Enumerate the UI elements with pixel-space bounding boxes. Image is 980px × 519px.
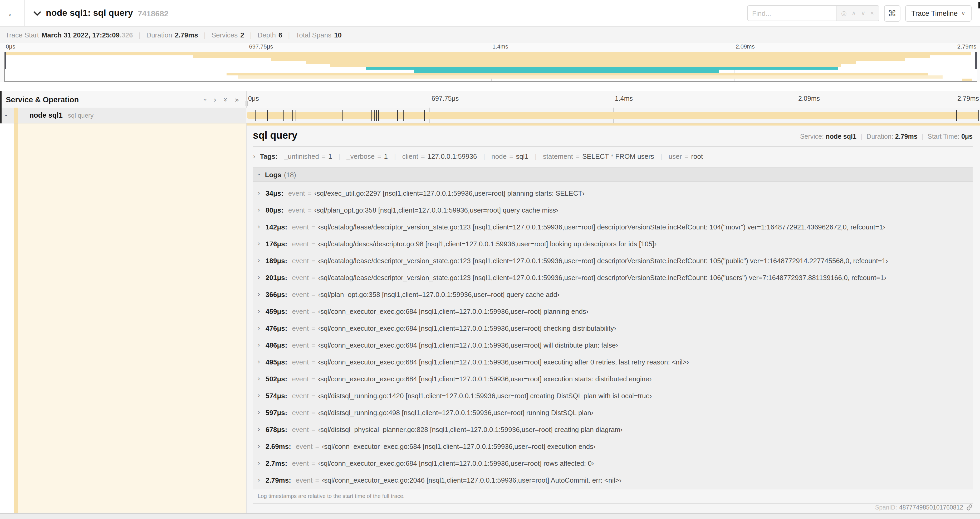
back-button[interactable]: ←: [0, 0, 25, 26]
log-row[interactable]: ›34μs:event=‹sql/exec_util.go:2297 [nsql…: [253, 185, 973, 201]
log-row[interactable]: ›176μs:event=‹sql/catalog/descs/descript…: [253, 235, 973, 252]
span-duration-bar[interactable]: [247, 112, 979, 119]
log-marker[interactable]: [956, 110, 957, 121]
log-marker[interactable]: [255, 110, 256, 121]
log-row[interactable]: ›678μs:event=‹sql/distsql_physical_plann…: [253, 421, 973, 438]
horizontal-scrollbar[interactable]: [0, 513, 980, 519]
log-expand-chevron-icon[interactable]: ›: [258, 274, 266, 281]
log-expand-chevron-icon[interactable]: ›: [258, 426, 266, 433]
log-field-key: event: [296, 442, 313, 450]
log-expand-chevron-icon[interactable]: ›: [258, 375, 266, 382]
find-prev-icon[interactable]: ∧: [851, 10, 856, 17]
log-expand-chevron-icon[interactable]: ›: [258, 409, 266, 416]
log-marker[interactable]: [267, 110, 268, 121]
minimap-canvas[interactable]: [4, 52, 977, 82]
log-row[interactable]: ›486μs:event=‹sql/conn_executor_exec.go:…: [253, 337, 973, 353]
log-marker[interactable]: [425, 110, 425, 121]
tag-key: statement: [543, 152, 573, 160]
log-row[interactable]: ›574μs:event=‹sql/distsql_running.go:142…: [253, 387, 973, 404]
log-expand-chevron-icon[interactable]: ›: [258, 341, 266, 349]
log-timestamp: 201μs:: [266, 273, 287, 281]
log-field-value: ‹sql/conn_executor_exec.go:684 [nsql1,cl…: [318, 324, 616, 332]
log-row[interactable]: ›189μs:event=‹sql/catalog/lease/descript…: [253, 252, 973, 269]
log-marker[interactable]: [296, 110, 296, 121]
log-marker[interactable]: [374, 110, 374, 121]
find-next-icon[interactable]: ∨: [861, 10, 865, 17]
tag-key: _unfinished: [284, 152, 319, 160]
log-marker[interactable]: [376, 110, 377, 121]
scrollbar-thumb[interactable]: [978, 2, 980, 8]
log-row[interactable]: ›502μs:event=‹sql/conn_executor_exec.go:…: [253, 370, 973, 387]
log-marker[interactable]: [397, 110, 398, 121]
tags-list: _unfinished=1|_verbose=1|client=127.0.0.…: [284, 152, 703, 160]
log-row[interactable]: ›201μs:event=‹sql/catalog/lease/descript…: [253, 269, 973, 286]
collapse-one-icon[interactable]: ›: [202, 98, 209, 101]
log-expand-chevron-icon[interactable]: ›: [258, 442, 266, 450]
log-expand-chevron-icon[interactable]: ›: [258, 392, 266, 399]
log-marker[interactable]: [403, 110, 404, 121]
log-marker[interactable]: [378, 110, 379, 121]
log-expand-chevron-icon[interactable]: ›: [258, 324, 266, 332]
log-expand-chevron-icon[interactable]: ›: [258, 240, 266, 248]
log-expand-chevron-icon[interactable]: ›: [258, 257, 266, 264]
ruler-tick-label: 0μs: [248, 95, 259, 102]
minimap-left-scrubber[interactable]: [5, 52, 6, 69]
log-row[interactable]: ›142μs:event=‹sql/catalog/lease/descript…: [253, 218, 973, 235]
divider: |: [339, 152, 340, 160]
log-field-value: ‹sql/conn_executor_exec.go:684 [nsql1,cl…: [318, 375, 651, 383]
keyboard-shortcuts-button[interactable]: ⌘: [884, 5, 900, 21]
detail-meta-label: Duration:: [867, 133, 895, 140]
log-expand-chevron-icon[interactable]: ›: [258, 291, 266, 298]
log-row[interactable]: ›80μs:event=‹sql/plan_opt.go:358 [nsql1,…: [253, 201, 973, 218]
divider: |: [139, 31, 141, 39]
expand-all-icon[interactable]: »: [235, 96, 239, 103]
log-expand-chevron-icon[interactable]: ›: [258, 308, 266, 315]
expand-one-icon[interactable]: ›: [213, 96, 216, 103]
log-row[interactable]: ›2.79ms:event=‹sql/conn_executor_exec.go…: [253, 471, 973, 489]
minimap-right-scrubber[interactable]: [975, 52, 977, 69]
log-marker[interactable]: [342, 110, 343, 121]
trace-info-item: Services2: [212, 31, 244, 39]
collapse-all-icon[interactable]: »: [222, 97, 229, 102]
find-clear-icon[interactable]: ×: [870, 10, 874, 17]
log-row[interactable]: ›495μs:event=‹sql/conn_executor_exec.go:…: [253, 353, 973, 370]
tags-expand-chevron-icon[interactable]: ›: [253, 152, 256, 160]
log-marker[interactable]: [371, 110, 372, 121]
log-expand-chevron-icon[interactable]: ›: [258, 223, 266, 230]
log-row[interactable]: ›2.7ms:event=‹sql/conn_executor_exec.go:…: [253, 455, 973, 471]
log-expand-chevron-icon[interactable]: ›: [258, 189, 266, 197]
logs-section: › Logs (18) ›34μs:event=‹sql/exec_util.g…: [253, 167, 973, 504]
log-field-value: ‹sql/conn_executor_exec.go:684 [nsql1,cl…: [318, 307, 588, 315]
span-collapse-chevron-icon[interactable]: ›: [2, 114, 10, 117]
span-tree-column: [0, 123, 247, 514]
log-expand-chevron-icon[interactable]: ›: [258, 459, 266, 467]
log-marker[interactable]: [299, 110, 299, 121]
collapse-trace-chevron-icon[interactable]: [33, 11, 41, 16]
log-marker[interactable]: [954, 110, 954, 121]
log-row[interactable]: ›366μs:event=‹sql/plan_opt.go:358 [nsql1…: [253, 286, 973, 303]
log-expand-chevron-icon[interactable]: ›: [258, 476, 266, 484]
log-marker[interactable]: [978, 110, 979, 121]
log-field-key: event: [292, 425, 309, 433]
copy-link-icon[interactable]: [966, 504, 973, 511]
view-selector-button[interactable]: Trace Timeline ∨: [905, 5, 972, 21]
log-expand-chevron-icon[interactable]: ›: [258, 206, 266, 214]
log-expand-chevron-icon[interactable]: ›: [258, 358, 266, 366]
log-marker[interactable]: [367, 110, 367, 121]
span-name-cell[interactable]: › node sql1 sql query: [0, 108, 246, 123]
log-row[interactable]: ›2.69ms:event=‹sql/conn_executor_exec.go…: [253, 438, 973, 455]
log-marker[interactable]: [283, 110, 284, 121]
logs-header[interactable]: › Logs (18): [253, 168, 973, 181]
log-row[interactable]: ›459μs:event=‹sql/conn_executor_exec.go:…: [253, 303, 973, 319]
log-marker[interactable]: [293, 110, 293, 121]
span-track[interactable]: [246, 108, 980, 123]
find-input[interactable]: [748, 6, 836, 21]
logs-collapse-chevron-icon[interactable]: ›: [255, 173, 262, 176]
span-detail-accent: [247, 123, 980, 126]
tags-row[interactable]: › Tags: _unfinished=1|_verbose=1|client=…: [253, 152, 973, 160]
log-timestamp: 574μs:: [266, 391, 287, 399]
span-row[interactable]: › node sql1 sql query: [0, 108, 980, 123]
log-row[interactable]: ›476μs:event=‹sql/conn_executor_exec.go:…: [253, 319, 973, 337]
log-row[interactable]: ›597μs:event=‹sql/distsql_running.go:498…: [253, 404, 973, 421]
focus-target-icon[interactable]: ◎: [841, 10, 847, 17]
